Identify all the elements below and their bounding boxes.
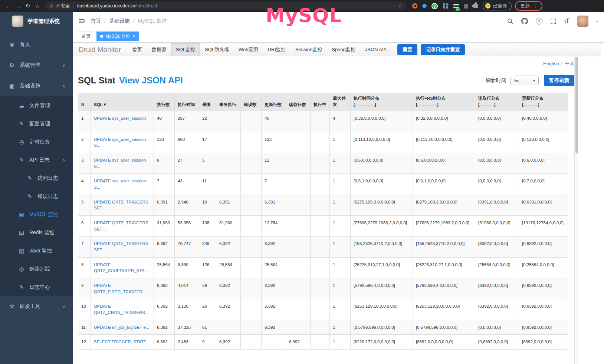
- column-header[interactable]: 最大并发: [330, 93, 351, 111]
- reset-button[interactable]: 重置: [397, 44, 417, 55]
- druid-nav-item[interactable]: JSON API: [360, 43, 392, 56]
- sql-link[interactable]: UPDATE sys_user_session S...: [94, 158, 146, 169]
- tab-mysql-monitor[interactable]: MySQL 监控 ×: [96, 32, 139, 41]
- druid-nav-item[interactable]: Web应用: [234, 43, 263, 56]
- sidebar-item[interactable]: ◎链路追踪: [0, 260, 73, 278]
- github-icon[interactable]: [521, 18, 528, 24]
- chevron-down-icon[interactable]: ▾: [596, 19, 598, 23]
- scrollbar-thumb[interactable]: [575, 57, 578, 153]
- fullscreen-icon[interactable]: [550, 18, 557, 24]
- kebab-menu-icon[interactable]: ⋮: [534, 3, 539, 9]
- sql-link[interactable]: UPDATE sys_user_session S...: [94, 137, 146, 148]
- sidebar-item[interactable]: ✎配置管理: [0, 115, 73, 133]
- tab-home[interactable]: 首页: [78, 32, 94, 41]
- extension-orange-icon[interactable]: [412, 3, 417, 9]
- extensions-puzzle-icon[interactable]: [473, 4, 478, 8]
- extension-list-icon[interactable]: on: [453, 3, 459, 9]
- security-label[interactable]: 不安全: [56, 3, 70, 9]
- sidebar-item[interactable]: ▤Redis 监控: [0, 224, 73, 242]
- table-cell: 1: [330, 174, 351, 195]
- avatar[interactable]: [577, 16, 588, 27]
- column-header[interactable]: 读取行数: [286, 93, 311, 111]
- column-header[interactable]: 更新行分布[- - - - - -]: [519, 93, 568, 111]
- column-header[interactable]: 执行时间分布[- - - - - - - -]: [351, 93, 413, 111]
- druid-nav-item[interactable]: Spring监控: [327, 43, 360, 56]
- back-icon[interactable]: ←: [4, 3, 13, 9]
- sidebar-item[interactable]: ▣MySQL 监控: [0, 205, 73, 224]
- update-button[interactable]: 更新 ⋮: [515, 1, 542, 11]
- sql-link[interactable]: UPDATE sys_user_session ...: [94, 116, 146, 127]
- sidebar-item[interactable]: ⚒研发工具∨: [0, 296, 73, 317]
- search-icon[interactable]: [507, 18, 513, 24]
- close-icon[interactable]: ×: [132, 34, 135, 39]
- pause-refresh-button[interactable]: 暂停刷新: [544, 75, 574, 86]
- lang-english-link[interactable]: English: [543, 61, 559, 66]
- sidebar-item[interactable]: ◷定时任务: [0, 133, 73, 151]
- column-header[interactable]: SQL▼: [91, 93, 154, 111]
- help-icon[interactable]: ?: [536, 18, 542, 24]
- refresh-interval-select[interactable]: 5s ▾: [511, 76, 539, 85]
- sidebar-item[interactable]: ▣基础设施∧: [0, 76, 73, 96]
- sidebar-item[interactable]: ▥Java 监控: [0, 242, 73, 260]
- bookmark-star-icon[interactable]: ☆: [398, 3, 403, 9]
- sidebar-item[interactable]: ✎API 日志∧: [0, 151, 73, 169]
- paused-badge[interactable]: 已暂停: [483, 2, 512, 10]
- breadcrumb-item[interactable]: 基础设施: [109, 18, 130, 24]
- home-icon[interactable]: ⌂: [33, 3, 42, 9]
- table-cell: [6279,109,3,0,0,0,0,0]: [351, 195, 413, 215]
- table-cell: 6,392: [154, 320, 175, 335]
- table-cell: [25226,310,27,1,0,0,0,0]: [413, 257, 475, 278]
- column-header[interactable]: 执行数: [154, 93, 175, 111]
- druid-nav-item[interactable]: SQL监控: [171, 43, 200, 56]
- hamburger-icon[interactable]: [73, 18, 91, 24]
- sql-link[interactable]: UPDATE QRTZ_TRIGGERS SET ...: [94, 200, 148, 211]
- sidebar-item[interactable]: ◉首页: [0, 34, 73, 55]
- druid-nav-item[interactable]: URI监控: [263, 43, 290, 56]
- sql-link[interactable]: UPDATE QRTZ_CRON_TRIGGERS...: [94, 304, 148, 315]
- column-header[interactable]: 错误数: [241, 93, 262, 111]
- sidebar-item[interactable]: ✎日志中心: [0, 278, 73, 296]
- view-json-api-link[interactable]: View JSON API: [119, 75, 183, 86]
- column-header[interactable]: 执行+RS时分布[- - - - - - - -]: [413, 93, 475, 111]
- sql-link[interactable]: UPDATE inf_job_log SET e...: [94, 325, 149, 330]
- sidebar-item[interactable]: ⚙系统管理∨: [0, 55, 73, 76]
- sidebar-item[interactable]: ✎错误日志: [0, 187, 73, 205]
- extension-squares-icon[interactable]: [443, 3, 448, 9]
- reload-icon[interactable]: ↻: [23, 3, 33, 9]
- table-cell: 25,564: [262, 257, 286, 278]
- sidebar-item[interactable]: ✎访问日志: [0, 169, 73, 187]
- column-header[interactable]: 最慢: [199, 93, 216, 111]
- sql-link[interactable]: UPDATE QRTZ_TRIGGERS SET ...: [94, 241, 148, 252]
- column-header[interactable]: N: [78, 93, 91, 111]
- extension-green-icon[interactable]: y: [431, 3, 438, 9]
- log-and-reset-button[interactable]: 记录日志并重置: [421, 44, 465, 55]
- scrollbar[interactable]: [574, 56, 578, 364]
- druid-brand[interactable]: Druid Monitor: [73, 43, 128, 56]
- sql-link[interactable]: UPDATE sys_user_session S...: [94, 179, 146, 189]
- font-size-icon[interactable]: tT: [564, 18, 569, 24]
- sql-link[interactable]: SELECT TRIGGER_STATE: [94, 340, 147, 344]
- column-header[interactable]: 读取行分布[- - - - - -]: [475, 93, 519, 111]
- druid-nav-item[interactable]: 数据源: [147, 43, 171, 56]
- druid-nav-item[interactable]: SQL防火墙: [200, 43, 234, 56]
- lang-chinese-link[interactable]: 中文: [565, 60, 574, 67]
- sql-link[interactable]: UPDATE QRTZ_FIRED_TRIGGER...: [94, 283, 146, 294]
- breadcrumb: 首页 / 基础设施 / MySQL 监控: [91, 18, 167, 24]
- druid-nav-item[interactable]: 首页: [128, 43, 147, 56]
- address-bar[interactable]: ⚠ 不安全 dashboard.yudao.iocoder.cn/infra/d…: [45, 1, 407, 10]
- extension-ghost-icon[interactable]: [464, 4, 468, 9]
- column-header[interactable]: 执行时间: [175, 93, 199, 111]
- sidebar-item[interactable]: ☁文件管理: [0, 96, 73, 115]
- extension-blue-icon[interactable]: [422, 3, 427, 9]
- sql-link[interactable]: UPDATE QRTZ_SCHEDULER_STA...: [94, 262, 148, 273]
- breadcrumb-item[interactable]: 首页: [91, 18, 101, 24]
- table-cell: UPDATE sys_user_session S...: [91, 174, 154, 195]
- column-header[interactable]: 执行中: [311, 93, 330, 111]
- druid-nav-item[interactable]: Session监控: [290, 43, 327, 56]
- table-cell: [216, 320, 241, 335]
- forward-icon[interactable]: →: [13, 3, 23, 9]
- sql-link[interactable]: UPDATE QRTZ_TRIGGERS SET ...: [94, 221, 148, 231]
- column-header[interactable]: 更新行数: [262, 93, 286, 111]
- table-cell: [6253,129,10,0,0,0,0,0]: [351, 299, 413, 320]
- column-header[interactable]: 事务执行: [216, 93, 241, 111]
